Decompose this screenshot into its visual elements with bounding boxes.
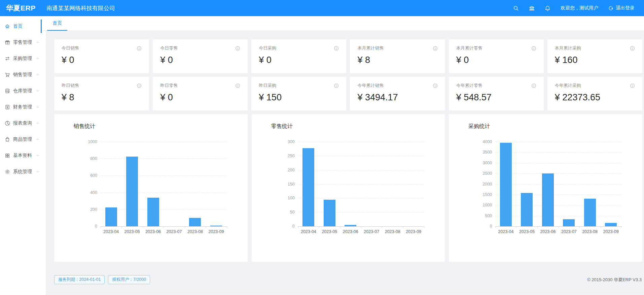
- x-axis-label: 2023-05: [322, 229, 337, 234]
- bar: [126, 157, 138, 226]
- gridline: [495, 195, 621, 195]
- x-axis-label: 2023-05: [124, 229, 140, 234]
- y-axis-label: 2500: [483, 171, 492, 176]
- sidebar-menu: 首页 零售管理 采购管理 销售管理 仓库管理 财务管理 报表查询 商品管理 基本…: [0, 20, 42, 178]
- stat-card-7: 昨日零售 ¥ 0: [153, 77, 248, 110]
- sidebar-item-2[interactable]: 采购管理: [0, 52, 42, 65]
- sidebar-item-0[interactable]: 首页: [0, 20, 42, 33]
- sidebar-item-7[interactable]: 商品管理: [0, 133, 42, 146]
- dashboard-content: 今日销售 ¥ 0 今日零售 ¥ 0 今日采购 ¥ 0 本月累计销售 ¥ 8 本月…: [46, 31, 644, 295]
- y-axis-label: 400: [90, 190, 97, 195]
- x-axis-label: 2023-08: [385, 229, 400, 234]
- axis-tick: [559, 226, 559, 228]
- stat-card-label: 今日销售: [62, 45, 79, 51]
- bell-icon[interactable]: [545, 5, 550, 11]
- axis-tick: [185, 226, 185, 228]
- stat-card-label: 本月累计零售: [456, 45, 482, 51]
- gridline: [298, 184, 424, 185]
- sidebar-item-6[interactable]: 报表查询: [0, 117, 42, 130]
- cart-icon: [5, 72, 10, 77]
- welcome-text: 欢迎您，测试用户: [561, 5, 598, 11]
- stat-card-11: 今年累计采购 ¥ 22373.65: [547, 77, 642, 110]
- x-axis-label: 2023-07: [364, 229, 379, 234]
- pie-chart-icon: [5, 121, 10, 126]
- axis-tick: [206, 226, 206, 228]
- stat-card-1: 今日零售 ¥ 0: [153, 39, 248, 73]
- info-icon[interactable]: [334, 83, 339, 88]
- company-name: 南通某某网络科技有限公司: [46, 4, 115, 12]
- logout-button[interactable]: 退出登录: [608, 5, 635, 11]
- sidebar-item-label: 首页: [13, 23, 38, 29]
- axis-tick: [164, 226, 164, 228]
- x-axis-label: 2023-06: [145, 229, 161, 234]
- sidebar-item-label: 商品管理: [13, 136, 36, 142]
- x-axis-label: 2023-07: [561, 229, 577, 234]
- y-axis-label: 3000: [483, 161, 492, 165]
- stat-card-value: ¥ 0: [456, 55, 536, 65]
- axis-tick: [403, 226, 403, 228]
- licensed-users-badge: 授权用户：7/2000: [108, 275, 150, 284]
- y-axis-label: 600: [90, 173, 97, 178]
- y-axis-label: 4000: [483, 139, 492, 144]
- axis-tick: [516, 226, 517, 228]
- axis-tick: [298, 226, 298, 228]
- stat-card-label: 本月累计采购: [555, 45, 581, 51]
- gridline: [101, 175, 227, 176]
- stat-card-value: ¥ 0: [160, 92, 240, 103]
- y-axis-label: 2000: [483, 182, 492, 187]
- chevron-down-icon: [36, 57, 39, 60]
- stat-card-label: 今年累计零售: [456, 83, 482, 89]
- gridline: [101, 159, 227, 159]
- bar: [302, 148, 314, 226]
- chevron-down-icon: [36, 122, 39, 125]
- axis-tick: [101, 226, 101, 228]
- info-icon[interactable]: [531, 46, 536, 51]
- sidebar-item-3[interactable]: 销售管理: [0, 68, 42, 81]
- axis-tick: [537, 226, 538, 228]
- logout-label: 退出登录: [616, 5, 635, 11]
- sidebar-item-8[interactable]: 基本资料: [0, 149, 42, 162]
- info-icon[interactable]: [630, 83, 635, 88]
- sidebar-item-4[interactable]: 仓库管理: [0, 84, 42, 98]
- y-axis-label: 1500: [483, 192, 492, 197]
- stat-card-value: ¥ 8: [357, 55, 437, 65]
- sidebar-item-5[interactable]: 财务管理: [0, 100, 42, 114]
- bar: [500, 143, 512, 226]
- stat-card-value: ¥ 0: [259, 55, 339, 65]
- gridline: [298, 212, 424, 212]
- info-icon[interactable]: [334, 46, 339, 51]
- info-icon[interactable]: [137, 46, 142, 51]
- stat-cards-grid: 今日销售 ¥ 0 今日零售 ¥ 0 今日采购 ¥ 0 本月累计销售 ¥ 8 本月…: [54, 39, 642, 110]
- stat-card-value: ¥ 0: [160, 55, 240, 65]
- stat-card-2: 今日采购 ¥ 0: [251, 39, 346, 73]
- bank-icon[interactable]: [529, 5, 535, 11]
- axis-tick: [227, 226, 227, 228]
- stat-card-9: 今年累计销售 ¥ 3494.17: [350, 77, 445, 110]
- y-axis-label: 800: [90, 156, 97, 161]
- info-icon[interactable]: [235, 83, 240, 88]
- sidebar-item-1[interactable]: 零售管理: [0, 36, 42, 49]
- tab-home[interactable]: 首页: [47, 16, 67, 31]
- charts-row: 销售统计 020040060080010002023-042023-052023…: [54, 114, 642, 262]
- info-icon[interactable]: [137, 83, 142, 88]
- gridline: [298, 170, 424, 170]
- stat-card-value: ¥ 548.57: [456, 92, 536, 103]
- sidebar-item-9[interactable]: 系统管理: [0, 165, 42, 178]
- y-axis-label: 100: [288, 196, 295, 200]
- info-icon[interactable]: [235, 46, 240, 51]
- gridline: [495, 205, 621, 205]
- sidebar-item-label: 仓库管理: [13, 88, 36, 94]
- info-icon[interactable]: [531, 83, 536, 88]
- chart-card-0: 销售统计 020040060080010002023-042023-052023…: [54, 114, 248, 262]
- search-icon[interactable]: [513, 5, 519, 11]
- gridline: [298, 142, 424, 142]
- y-axis-label: 0: [490, 224, 492, 229]
- x-axis-label: 2023-06: [540, 229, 556, 234]
- info-icon[interactable]: [630, 46, 635, 51]
- y-axis-label: 50: [290, 210, 295, 215]
- stat-card-label: 今年累计采购: [555, 83, 581, 89]
- info-icon[interactable]: [433, 83, 438, 88]
- chart-title: 销售统计: [74, 123, 238, 130]
- gridline: [298, 198, 424, 198]
- info-icon[interactable]: [433, 46, 438, 51]
